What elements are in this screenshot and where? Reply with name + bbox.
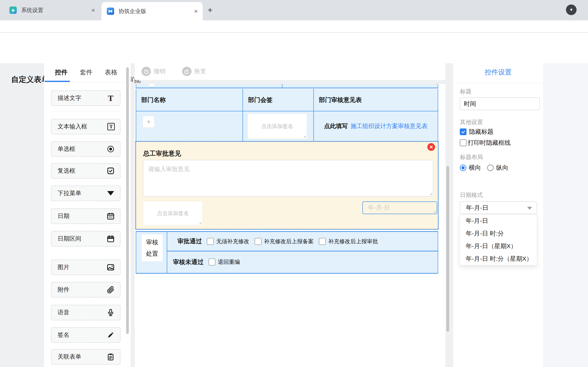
tab2-title: 协筑企业版	[119, 8, 189, 15]
clipped-element	[149, 84, 155, 86]
resize-handle-icon[interactable]	[302, 134, 306, 138]
app-header: 自定义表单 施工组织设计方案审批 保存 预览	[0, 33, 588, 63]
hide-title-option[interactable]: 隐藏标题	[460, 128, 493, 136]
review-row-rejected: 审核未通过 退回重编	[167, 251, 438, 273]
browser-tab-system-settings[interactable]: ◈ 系统设置 ×	[4, 3, 100, 17]
dropdown-icon	[107, 189, 115, 197]
browser-tab-xiezhu[interactable]: ⧓ 协筑企业版 ×	[102, 2, 203, 20]
date-format-option-3[interactable]: 年-月-日（星期X）	[460, 240, 537, 252]
browser-url-row: ← → xmgl.glodon.com/project-doc/workbenc…	[0, 20, 588, 32]
control-item-voice[interactable]: 语音	[51, 305, 121, 320]
control-item-checkbox[interactable]: 复选框	[51, 163, 121, 179]
tab2-favicon-icon: ⧓	[107, 8, 114, 15]
review-disposition-table: 审核 处置 审批通过 无须补充修改 补充修改后上报备案 补充修改后上报审批 审核…	[136, 231, 438, 274]
approval-opinion-textarea[interactable]: 请输入审批意见	[143, 160, 433, 197]
selected-block-chief-engineer-opinion[interactable]: 总工审批意见 × 请输入审批意见 点击添加签名 年-月-日	[136, 142, 438, 229]
date-field-selected[interactable]: 年-月-日	[362, 201, 437, 214]
text-input-icon: T	[107, 123, 115, 130]
checkbox-report-for-record[interactable]	[255, 238, 261, 245]
paperclip-icon	[107, 286, 115, 294]
tab1-title: 系统设置	[21, 7, 86, 14]
selected-block-title: 总工审批意见	[143, 149, 181, 158]
canvas-scrollbar[interactable]	[446, 166, 449, 332]
tab1-favicon-icon: ◈	[9, 7, 17, 14]
image-icon	[107, 263, 115, 271]
radio-horizontal-selected-icon[interactable]	[460, 165, 466, 171]
tab-controls[interactable]: 控件	[50, 68, 73, 77]
calendar-icon	[107, 212, 115, 220]
table-partial-row	[136, 84, 438, 88]
control-item-dropdown[interactable]: 下拉菜单	[51, 185, 121, 201]
control-item-description-text[interactable]: 描述文字 T	[51, 90, 121, 106]
col-header-review-opinion-table[interactable]: 部门审核意见表	[314, 89, 438, 111]
checkbox-checked-icon[interactable]	[460, 128, 467, 135]
radio-icon	[107, 145, 115, 153]
checkbox-report-for-approval[interactable]	[319, 238, 326, 245]
resize-handle-icon[interactable]	[428, 192, 432, 195]
delete-block-button[interactable]: ×	[427, 143, 435, 151]
redo-button[interactable]: 恢复	[182, 67, 206, 76]
tab-tables[interactable]: 表格	[100, 68, 122, 77]
checkbox-icon	[107, 167, 115, 175]
signature-box[interactable]: 点击添加签名	[248, 114, 307, 139]
date-format-option-2[interactable]: 年-月-日 时:分	[460, 227, 537, 240]
col-header-department-countersign[interactable]: 部门会签	[243, 89, 314, 111]
other-settings-label: 其他设置	[460, 118, 483, 126]
control-item-date-range[interactable]: 日期区间	[51, 231, 121, 247]
new-tab-button[interactable]: +	[205, 5, 215, 15]
canvas-toolbar: 撤销 恢复	[135, 63, 445, 80]
title-layout-label: 标题布局	[460, 153, 483, 161]
sidebar-group-divider	[51, 111, 121, 112]
sidebar-scrollbar[interactable]	[126, 67, 129, 334]
title-layout-radios: 横向 纵向	[460, 164, 515, 172]
control-item-date[interactable]: 日期	[51, 208, 121, 224]
tab1-close-icon[interactable]: ×	[91, 7, 95, 13]
control-item-attachment[interactable]: 附件	[51, 282, 121, 298]
cell-department-name: +	[136, 111, 243, 141]
review-row-approved: 审批通过 无须补充修改 补充修改后上报备案 补充修改后上报审批	[167, 232, 438, 251]
tab2-close-icon[interactable]: ×	[194, 8, 198, 15]
add-row-button[interactable]: +	[143, 116, 155, 128]
table-data-row: + 点击添加签名 点此填写 施工组织设计方案审核意见表	[136, 111, 438, 142]
calendar-range-icon	[107, 235, 115, 243]
title-input[interactable]: 时间	[460, 98, 540, 110]
checkbox-unchecked-icon[interactable]	[460, 140, 467, 146]
checkbox-return-for-rework[interactable]	[208, 259, 215, 266]
col-header-department-name[interactable]: 部门名称	[136, 89, 243, 111]
control-item-text-input[interactable]: 文本输入框 T	[51, 119, 121, 134]
review-opinion-form-link[interactable]: 施工组织设计方案审核意见表	[351, 122, 428, 130]
screen: ◈ 系统设置 × ⧓ 协筑企业版 × + ▼ ← → xmgl.glodon.c…	[0, 0, 588, 367]
cell-department-countersign: 点击添加签名	[243, 111, 314, 141]
tab-kits[interactable]: 套件	[75, 68, 98, 77]
resize-handle-icon[interactable]	[432, 209, 436, 213]
tabs-divider	[44, 82, 131, 82]
date-format-select[interactable]: 年-月-日	[460, 201, 537, 214]
pen-icon	[107, 331, 115, 339]
resize-handle-icon[interactable]	[198, 221, 201, 224]
radio-vertical-icon[interactable]	[487, 165, 494, 171]
browser-tab-strip: ◈ 系统设置 × ⧓ 协筑企业版 × + ▼	[0, 0, 588, 20]
right-background-strip	[543, 63, 588, 367]
clipboard-icon	[107, 353, 115, 361]
control-settings-panel: 控件设置 标题 时间 其他设置 隐藏标题 打印时隐藏框线 标题布局 横向 纵向 …	[453, 63, 543, 367]
redo-icon	[182, 67, 191, 76]
control-item-image[interactable]: 图片	[51, 259, 121, 275]
date-format-option-4[interactable]: 年-月-日 时:分（星期X）	[460, 252, 537, 265]
undo-button[interactable]: 撤销	[141, 67, 165, 76]
hide-border-when-printing-option[interactable]: 打印时隐藏框线	[460, 139, 511, 147]
form-canvas: 部门名称 部门会签 部门审核意见表 + 点击添加签名 点此填写 施工组织设计方案…	[135, 84, 445, 367]
controls-sidebar: 控件 套件 表格 描述文字 T 文本输入框 T 单选框 复选框 下拉菜单	[44, 63, 131, 367]
date-format-option-1[interactable]: 年-月-日	[460, 215, 537, 227]
signature-box[interactable]: 点击添加签名	[144, 201, 202, 225]
control-item-radio[interactable]: 单选框	[51, 141, 121, 157]
microphone-icon	[107, 309, 115, 317]
tab-search-chevron-icon[interactable]: ▼	[566, 4, 577, 15]
title-field-label: 标题	[460, 88, 471, 95]
control-item-signature[interactable]: 签名	[51, 327, 121, 343]
chevron-down-icon	[527, 207, 532, 210]
date-format-label: 日期格式	[460, 191, 483, 199]
date-format-dropdown: 年-月-日 年-月-日 时:分 年-月-日（星期X） 年-月-日 时:分（星期X…	[460, 214, 537, 265]
checkbox-no-modification[interactable]	[207, 238, 214, 245]
page-title: 自定义表单	[11, 75, 49, 85]
control-item-related-form[interactable]: 关联表单	[51, 349, 121, 365]
